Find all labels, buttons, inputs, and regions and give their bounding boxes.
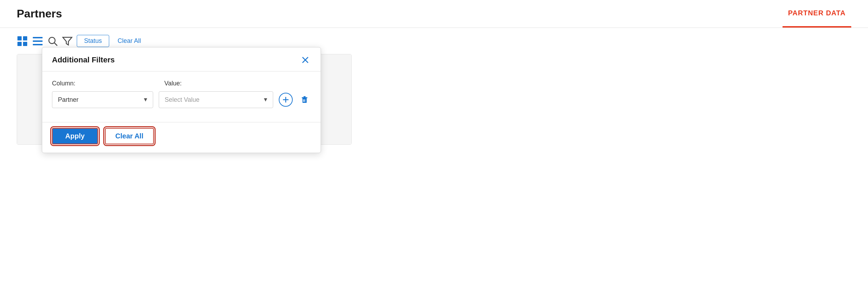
modal-body: Column: Value: Partner ▼ Select Value (42, 71, 321, 116)
column-label: Column: (52, 80, 153, 87)
svg-rect-18 (305, 99, 305, 102)
svg-rect-5 (33, 40, 43, 42)
column-select-wrapper: Partner ▼ (52, 91, 153, 108)
search-icon (47, 36, 58, 46)
close-icon (301, 56, 309, 64)
filter-button[interactable] (62, 36, 73, 46)
svg-point-7 (49, 37, 55, 44)
svg-rect-2 (17, 42, 22, 46)
grid-view-button[interactable] (17, 36, 28, 47)
toolbar-clear-all-button[interactable]: Clear All (113, 35, 145, 47)
svg-rect-0 (17, 36, 22, 40)
grid-icon (17, 36, 28, 47)
main-content: Additional Filters Column: Value: (0, 54, 868, 145)
list-icon (32, 36, 43, 47)
list-view-button[interactable] (32, 36, 43, 47)
svg-line-8 (54, 43, 57, 46)
delete-filter-row-button[interactable] (298, 93, 311, 106)
header-nav: PARTNER DATA (783, 0, 851, 28)
modal-close-button[interactable] (300, 54, 311, 66)
modal-clear-all-button[interactable]: Clear All (105, 128, 154, 144)
modal-title: Additional Filters (52, 55, 115, 64)
status-filter-chip[interactable]: Status (77, 35, 109, 47)
svg-rect-4 (33, 37, 43, 38)
value-select-wrapper: Select Value ▼ (159, 91, 273, 108)
svg-rect-1 (23, 36, 27, 40)
add-filter-row-button[interactable] (279, 93, 293, 107)
tab-partner-data[interactable]: PARTNER DATA (783, 0, 851, 28)
svg-rect-3 (23, 42, 27, 46)
filter-inputs-row: Partner ▼ Select Value ▼ (52, 91, 311, 108)
modal-overlay: Additional Filters Column: Value: (0, 54, 868, 145)
page-title: Partners (17, 7, 62, 20)
filter-icon (62, 36, 73, 46)
search-button[interactable] (47, 36, 58, 46)
trash-icon (300, 95, 309, 104)
value-select[interactable]: Select Value (159, 91, 273, 108)
modal-header: Additional Filters (42, 47, 321, 71)
header: Partners PARTNER DATA (0, 0, 868, 28)
modal-footer: Apply Clear All (42, 122, 321, 153)
svg-rect-17 (303, 99, 304, 102)
svg-marker-9 (63, 37, 72, 45)
column-select[interactable]: Partner (52, 91, 153, 108)
svg-rect-6 (33, 44, 43, 45)
plus-icon (282, 96, 290, 104)
apply-button[interactable]: Apply (52, 128, 98, 144)
value-label: Value: (164, 80, 311, 87)
svg-rect-16 (304, 96, 306, 97)
svg-rect-15 (302, 97, 307, 98)
additional-filters-modal: Additional Filters Column: Value: (42, 47, 321, 153)
filter-labels-row: Column: Value: (52, 80, 311, 87)
